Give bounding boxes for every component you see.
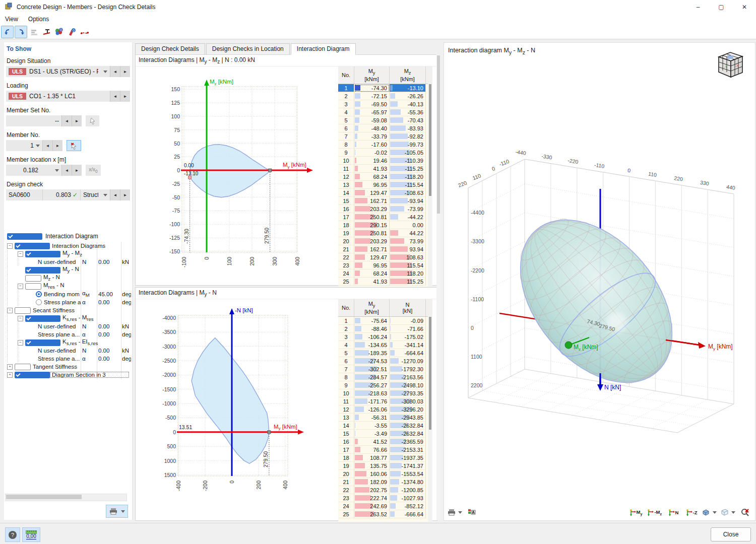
checkbox-icon[interactable]: [15, 364, 31, 370]
loading-select[interactable]: ULS CO1 - 1.35 * LC1: [6, 91, 110, 102]
table-row[interactable]: 7-33.79-92.82: [338, 132, 432, 141]
tab-2[interactable]: Interaction Diagram: [291, 43, 356, 55]
table-row[interactable]: 8-284.57-2163.56: [338, 373, 432, 381]
checkbox-icon[interactable]: [25, 275, 41, 282]
units-settings-button[interactable]: 0,00: [22, 527, 40, 542]
table-row[interactable]: 8-17.60-99.73: [338, 141, 432, 149]
table-row[interactable]: 19135.75-1741.37: [338, 462, 432, 470]
expander-icon[interactable]: −: [18, 284, 23, 289]
tree-item[interactable]: N user-definedN0.00kN: [7, 347, 129, 355]
table-row[interactable]: 23222.74-1027.93: [338, 494, 432, 502]
checkbox-icon[interactable]: [25, 283, 41, 290]
table-row[interactable]: 15-3.49-2632.84: [338, 430, 432, 438]
table-row[interactable]: 13-56.31-2943.85: [338, 414, 432, 422]
interaction-surface-3d[interactable]: -4400-3300-2200-1100011002200-440-330-22…: [444, 43, 754, 519]
table-row[interactable]: 3-69.50-40.13: [338, 100, 432, 108]
table-row[interactable]: 5-59.08-70.43: [338, 116, 432, 124]
table-row[interactable]: 14-3.55-2632.84: [338, 422, 432, 430]
isometric-view-button[interactable]: [700, 506, 718, 518]
checkbox-checked-icon[interactable]: [7, 233, 42, 240]
maximize-button[interactable]: ▢: [710, 0, 733, 14]
tree-item[interactable]: Stress plane a...α0.00deg: [7, 355, 129, 363]
table-row[interactable]: 9-0.02-105.05: [338, 149, 432, 157]
table-row[interactable]: 12-126.06-3296.20: [338, 405, 432, 414]
table-scrollbar[interactable]: [428, 84, 432, 287]
view-axis-button-0[interactable]: My: [627, 506, 644, 518]
table-row[interactable]: 17250.81-44.22: [338, 213, 432, 221]
tree-item[interactable]: My - N: [7, 266, 129, 274]
column-header[interactable]: No.: [338, 66, 354, 84]
member-set-pick-button[interactable]: [86, 115, 99, 126]
checkbox-checked-icon[interactable]: [25, 315, 60, 322]
column-header[interactable]: No.: [338, 299, 354, 316]
expander-icon[interactable]: −: [7, 308, 13, 313]
location-input[interactable]: 0.182: [6, 165, 61, 176]
menu-item-view[interactable]: View: [0, 14, 23, 25]
expander-icon[interactable]: −: [18, 340, 23, 346]
close-window-button[interactable]: ✕: [733, 0, 756, 14]
table-row[interactable]: 1019.46-110.39: [338, 157, 432, 165]
design-situation-next[interactable]: ►: [120, 66, 130, 77]
loading-prev[interactable]: ◄: [110, 91, 120, 102]
redo-arrow-icon[interactable]: [15, 26, 27, 38]
tree-item[interactable]: Mz - N: [7, 274, 129, 282]
tree-item[interactable]: Bending momαM45.00deg: [7, 290, 129, 298]
smooth-results-icon[interactable]: [79, 26, 90, 38]
table-row[interactable]: 14129.47-108.63: [338, 189, 432, 197]
table-row[interactable]: 6-48.40-83.93: [338, 124, 432, 132]
checkbox-checked-icon[interactable]: [25, 251, 60, 257]
tree-item[interactable]: N user-definedN0.00kN: [7, 322, 129, 330]
print-button[interactable]: [106, 505, 128, 518]
tree-item[interactable]: −Interaction Diagrams: [7, 242, 129, 250]
table-row[interactable]: 16203.29-73.99: [338, 205, 432, 213]
table-row[interactable]: 9-256.27-2498.10: [338, 381, 432, 389]
table-row[interactable]: 21162.7193.94: [338, 245, 432, 253]
reference-length-icon[interactable]: [41, 26, 52, 38]
expander-icon[interactable]: −: [18, 316, 23, 321]
interaction-diagram-root[interactable]: Interaction Diagram: [4, 232, 98, 240]
design-check-next[interactable]: ►: [120, 189, 130, 200]
table-row[interactable]: 18108.77-1937.35: [338, 454, 432, 462]
close-button[interactable]: Close: [711, 527, 751, 541]
scroll-thumb[interactable]: [6, 495, 82, 499]
tree-item[interactable]: +Tangent Stiffness: [7, 363, 129, 371]
projection-button[interactable]: [718, 506, 737, 518]
member-values-icon[interactable]: 0: [66, 26, 78, 38]
design-check-prev[interactable]: ◄: [110, 189, 120, 200]
table-row[interactable]: 1268.24-118.20: [338, 173, 432, 181]
display-properties-button[interactable]: [464, 506, 480, 518]
design-situation-select[interactable]: ULS DS1 - ULS (STR/GEO) - Perma...: [6, 66, 110, 77]
member-input[interactable]: 1: [6, 140, 42, 151]
table-row[interactable]: 24242.69-852.12: [338, 502, 432, 510]
undo-arrow-icon[interactable]: [1, 26, 14, 38]
table-row[interactable]: 5-189.35-664.64: [338, 349, 432, 357]
checkbox-checked-icon[interactable]: [15, 372, 50, 378]
checkbox-checked-icon[interactable]: [25, 339, 60, 346]
expander-icon[interactable]: −: [7, 243, 13, 249]
expander-icon[interactable]: +: [7, 364, 13, 370]
table-row[interactable]: 2-72.15-26.26: [338, 92, 432, 100]
member-set-prev[interactable]: ◄: [61, 115, 72, 126]
view-axis-button-2[interactable]: N: [665, 506, 681, 518]
tree-item[interactable]: Stress plane aα0.00deg: [7, 298, 129, 306]
member-next[interactable]: ►: [52, 140, 62, 151]
column-header[interactable]: N[kN]: [390, 299, 426, 316]
column-header[interactable]: My[kNm]: [354, 299, 390, 316]
table-row[interactable]: 2541.93115.25: [338, 278, 432, 286]
location-next[interactable]: ►: [72, 165, 82, 176]
design-situation-prev[interactable]: ◄: [110, 66, 120, 77]
tree-item[interactable]: N user-definedN0.00kN: [7, 258, 129, 266]
table-row[interactable]: 25263.52-666.64: [338, 510, 432, 518]
view-axis-button-3[interactable]: -Z: [683, 506, 700, 518]
table-row[interactable]: 22202.75-1200.85: [338, 486, 432, 494]
table-row[interactable]: 6-274.53-1270.09: [338, 357, 432, 365]
tree-item[interactable]: +Diagram Section in 3: [7, 371, 129, 379]
table-row[interactable]: 3-106.24-175.02: [338, 333, 432, 341]
tab-0[interactable]: Design Check Details: [135, 43, 205, 55]
table-row[interactable]: 11-171.76-3080.03: [338, 397, 432, 405]
table-row[interactable]: 1-75.64-0.09: [338, 317, 432, 325]
member-pick-button[interactable]: [67, 140, 81, 151]
minimize-button[interactable]: –: [686, 0, 710, 14]
table-row[interactable]: 1141.93-115.25: [338, 165, 432, 173]
table-row[interactable]: 4-65.97-55.36: [338, 108, 432, 116]
